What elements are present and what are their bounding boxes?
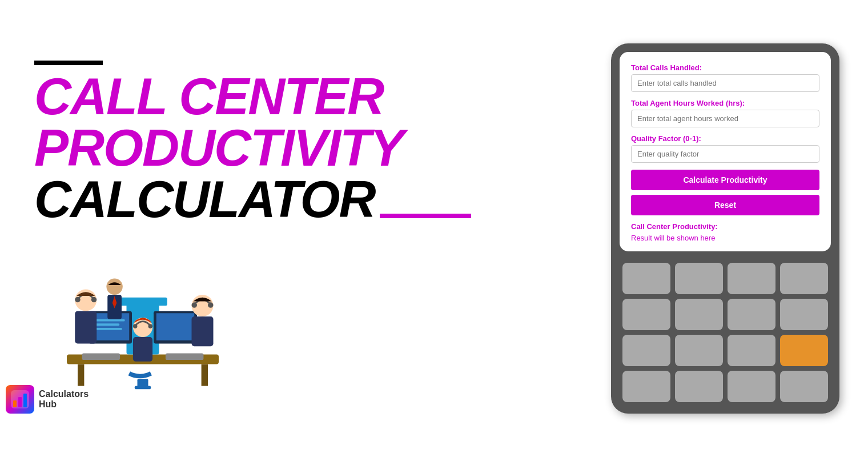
quality-factor-label: Quality Factor (0-1): bbox=[631, 134, 819, 143]
agent-hours-label: Total Agent Hours Worked (hrs): bbox=[631, 99, 819, 107]
svg-rect-11 bbox=[95, 328, 122, 330]
title-bar-decoration bbox=[34, 61, 103, 65]
total-calls-label: Total Calls Handled: bbox=[631, 63, 819, 72]
svg-rect-32 bbox=[13, 400, 17, 407]
key-15[interactable] bbox=[780, 371, 828, 402]
key-orange[interactable] bbox=[780, 335, 828, 366]
calculator-screen: Total Calls Handled: Total Agent Hours W… bbox=[620, 52, 831, 251]
logo-text: Calculators Hub bbox=[39, 389, 89, 410]
logo-text-calculators: Calculators bbox=[39, 389, 89, 399]
key-7[interactable] bbox=[728, 299, 775, 330]
left-section: CALL CENTER PRODUCTIVITY CALCULATOR bbox=[0, 38, 594, 419]
svg-rect-9 bbox=[95, 319, 124, 322]
key-14[interactable] bbox=[728, 371, 775, 402]
title-line3: CALCULATOR bbox=[34, 174, 375, 225]
keypad bbox=[620, 260, 831, 405]
svg-rect-2 bbox=[202, 364, 208, 386]
svg-rect-29 bbox=[138, 379, 148, 387]
hero-title: CALL CENTER PRODUCTIVITY CALCULATOR bbox=[34, 71, 560, 225]
svg-rect-27 bbox=[82, 354, 120, 360]
reset-button[interactable]: Reset bbox=[631, 195, 819, 215]
svg-point-23 bbox=[148, 324, 153, 328]
svg-point-24 bbox=[106, 279, 123, 295]
underline-decoration bbox=[380, 214, 471, 218]
total-calls-field: Total Calls Handled: bbox=[631, 63, 819, 92]
key-8[interactable] bbox=[780, 299, 828, 330]
logo-text-hub: Hub bbox=[39, 399, 89, 410]
key-11[interactable] bbox=[728, 335, 775, 366]
key-13[interactable] bbox=[675, 371, 723, 402]
calculator-device: Total Calls Handled: Total Agent Hours W… bbox=[611, 43, 839, 414]
call-center-illustration bbox=[34, 236, 251, 396]
svg-point-19 bbox=[208, 302, 214, 308]
svg-rect-4 bbox=[118, 298, 167, 306]
svg-rect-10 bbox=[95, 323, 119, 326]
agent-hours-input[interactable] bbox=[631, 110, 819, 127]
result-value: Result will be shown here bbox=[631, 234, 715, 242]
quality-factor-field: Quality Factor (0-1): bbox=[631, 134, 819, 163]
svg-rect-28 bbox=[166, 354, 204, 360]
key-3[interactable] bbox=[728, 263, 775, 294]
result-area: Call Center Productivity: Result will be… bbox=[631, 222, 819, 243]
key-12[interactable] bbox=[622, 371, 670, 402]
total-calls-input[interactable] bbox=[631, 74, 819, 92]
svg-point-15 bbox=[91, 297, 97, 303]
logo-icon bbox=[6, 385, 34, 414]
svg-rect-13 bbox=[75, 311, 97, 344]
svg-rect-17 bbox=[192, 316, 214, 346]
logo-area: Calculators Hub bbox=[6, 385, 89, 414]
svg-point-22 bbox=[133, 324, 138, 328]
key-5[interactable] bbox=[622, 299, 670, 330]
svg-point-18 bbox=[192, 302, 198, 308]
key-2[interactable] bbox=[675, 263, 723, 294]
key-1[interactable] bbox=[622, 263, 670, 294]
quality-factor-input[interactable] bbox=[631, 145, 819, 163]
svg-rect-34 bbox=[23, 394, 27, 407]
svg-rect-1 bbox=[78, 364, 84, 386]
key-4[interactable] bbox=[780, 263, 828, 294]
result-label: Call Center Productivity: bbox=[631, 222, 819, 231]
title-line2: PRODUCTIVITY bbox=[34, 122, 560, 174]
svg-rect-21 bbox=[133, 337, 152, 362]
agent-hours-field: Total Agent Hours Worked (hrs): bbox=[631, 99, 819, 127]
title-line1: CALL CENTER bbox=[34, 71, 560, 122]
svg-rect-33 bbox=[18, 397, 22, 407]
right-section: Total Calls Handled: Total Agent Hours W… bbox=[594, 32, 868, 425]
key-10[interactable] bbox=[675, 335, 723, 366]
svg-rect-30 bbox=[135, 386, 151, 390]
key-6[interactable] bbox=[675, 299, 723, 330]
svg-point-14 bbox=[75, 297, 81, 303]
calculate-button[interactable]: Calculate Productivity bbox=[631, 170, 819, 190]
svg-rect-8 bbox=[156, 313, 195, 340]
key-9[interactable] bbox=[622, 335, 670, 366]
